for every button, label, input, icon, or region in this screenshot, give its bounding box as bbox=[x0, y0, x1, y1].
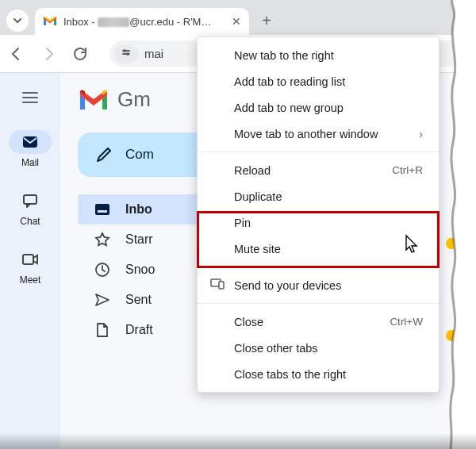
nav-mail-label: Mail bbox=[21, 157, 39, 168]
send-icon bbox=[94, 293, 111, 307]
gmail-product-name: Gm bbox=[117, 87, 151, 112]
svg-rect-9 bbox=[23, 255, 33, 264]
svg-rect-11 bbox=[98, 210, 107, 213]
tab-title: Inbox - @ucr.edu - R'M… bbox=[63, 16, 225, 28]
tab-context-menu: New tab to the right Add tab to reading … bbox=[197, 36, 440, 393]
menu-mute-site[interactable]: Mute site bbox=[198, 236, 439, 262]
menu-separator bbox=[198, 303, 439, 304]
menu-close[interactable]: CloseCtrl+W bbox=[198, 309, 439, 335]
nav-meet[interactable]: Meet bbox=[9, 248, 52, 286]
nav-mail[interactable]: Mail bbox=[9, 130, 52, 168]
folder-drafts-label: Draft bbox=[125, 323, 153, 337]
shortcut-reload: Ctrl+R bbox=[392, 164, 423, 176]
new-tab-button[interactable]: + bbox=[255, 10, 278, 32]
chevron-right-icon: › bbox=[419, 128, 423, 140]
folder-starred-label: Starr bbox=[125, 232, 153, 247]
gmail-favicon bbox=[43, 16, 57, 27]
svg-rect-8 bbox=[24, 195, 36, 204]
menu-reload[interactable]: ReloadCtrl+R bbox=[198, 157, 439, 183]
site-info-button[interactable] bbox=[114, 44, 138, 63]
menu-send-devices[interactable]: Send to your devices bbox=[198, 272, 439, 298]
menu-close-right[interactable]: Close tabs to the right bbox=[198, 361, 439, 387]
menu-add-new-group[interactable]: Add tab to new group bbox=[198, 94, 439, 121]
redacted-email-prefix bbox=[98, 17, 129, 27]
star-peek-icon bbox=[446, 238, 454, 249]
menu-move-window[interactable]: Move tab to another window› bbox=[198, 121, 439, 147]
menu-add-reading-list[interactable]: Add tab to reading list bbox=[198, 68, 439, 94]
nav-meet-label: Meet bbox=[20, 274, 41, 286]
main-menu-button[interactable] bbox=[21, 89, 39, 109]
reload-button[interactable] bbox=[71, 46, 89, 62]
star-peek-icon bbox=[446, 330, 454, 341]
nav-chat[interactable]: Chat bbox=[9, 189, 52, 227]
shortcut-close: Ctrl+W bbox=[390, 316, 423, 328]
nav-chat-label: Chat bbox=[20, 216, 40, 227]
menu-new-tab-right[interactable]: New tab to the right bbox=[198, 42, 439, 68]
menu-separator bbox=[198, 152, 439, 152]
svg-rect-14 bbox=[219, 282, 224, 289]
folder-snoozed-label: Snoo bbox=[125, 263, 155, 277]
forward-button[interactable] bbox=[40, 46, 57, 62]
chat-icon bbox=[9, 189, 52, 213]
clock-icon bbox=[94, 262, 111, 278]
gmail-app-bar: Mail Chat Meet bbox=[0, 73, 60, 449]
devices-icon bbox=[210, 278, 225, 292]
folder-inbox-label: Inbo bbox=[125, 202, 152, 217]
star-icon bbox=[94, 232, 111, 248]
gmail-m-icon bbox=[78, 88, 109, 112]
folder-sent-label: Sent bbox=[125, 293, 152, 307]
inbox-icon bbox=[94, 203, 111, 216]
browser-tab-strip: Inbox - @ucr.edu - R'M… ✕ + bbox=[0, 0, 476, 35]
browser-tab-active[interactable]: Inbox - @ucr.edu - R'M… ✕ bbox=[35, 8, 249, 35]
compose-label: Com bbox=[125, 147, 154, 163]
file-icon bbox=[94, 322, 111, 338]
svg-point-3 bbox=[126, 52, 129, 56]
tab-search-button[interactable] bbox=[6, 10, 29, 32]
menu-duplicate[interactable]: Duplicate bbox=[198, 183, 439, 209]
menu-pin[interactable]: Pin bbox=[198, 209, 439, 236]
meet-icon bbox=[9, 248, 52, 271]
tab-close-button[interactable]: ✕ bbox=[232, 15, 241, 28]
mail-icon bbox=[9, 130, 52, 154]
svg-rect-10 bbox=[95, 204, 109, 215]
menu-close-others[interactable]: Close other tabs bbox=[198, 335, 439, 361]
address-bar-text: mai bbox=[144, 47, 163, 60]
svg-point-2 bbox=[123, 49, 126, 52]
pencil-icon bbox=[95, 146, 113, 163]
back-button[interactable] bbox=[8, 46, 25, 62]
menu-separator bbox=[198, 267, 439, 267]
